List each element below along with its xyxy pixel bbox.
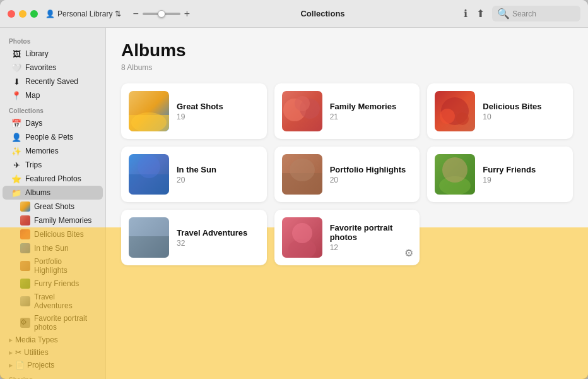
album-name-great-shots: Great Shots bbox=[177, 102, 259, 111]
person-icon: 👤 bbox=[45, 9, 55, 18]
sidebar-section-photos: Photos bbox=[0, 33, 105, 47]
sidebar-item-trips[interactable]: ✈ Trips bbox=[3, 158, 103, 172]
album-info-family-memories: Family Memories21 bbox=[330, 102, 413, 121]
album-card-travel-adventures[interactable]: Travel Adventures32 bbox=[121, 210, 267, 265]
sidebar-item-albums[interactable]: 📁 Albums bbox=[3, 186, 103, 200]
svg-point-14 bbox=[442, 157, 467, 183]
zoom-thumb bbox=[158, 10, 165, 18]
page-title: Albums bbox=[121, 40, 573, 61]
album-thumb-travel-adventures bbox=[129, 217, 169, 258]
sidebar-sub-label-great-shots: Great Shots bbox=[34, 202, 74, 211]
sidebar-label-featured-photos: Featured Photos bbox=[25, 174, 81, 183]
album-card-delicious-bites[interactable]: Delicious Bites10 bbox=[427, 83, 573, 139]
album-count-furry-friends: 19 bbox=[483, 176, 565, 184]
search-input[interactable] bbox=[512, 9, 575, 18]
download-icon: ⬇ bbox=[11, 76, 21, 87]
minimize-button[interactable] bbox=[19, 10, 26, 18]
svg-point-9 bbox=[138, 155, 160, 178]
library-selector[interactable]: 👤 Personal Library ⇅ bbox=[45, 9, 121, 18]
family-memories-thumb bbox=[20, 215, 30, 226]
album-count-travel-adventures: 32 bbox=[177, 239, 259, 248]
heart-icon: 🤍 bbox=[11, 63, 21, 73]
gear-icon[interactable]: ⚙ bbox=[404, 247, 413, 259]
album-name-family-memories: Family Memories bbox=[330, 102, 413, 111]
sidebar-item-days[interactable]: 📅 Days bbox=[3, 116, 103, 130]
sidebar-label-people-pets: People & Pets bbox=[25, 133, 73, 141]
album-count-delicious-bites: 10 bbox=[483, 112, 565, 121]
album-card-furry-friends[interactable]: Furry Friends19 bbox=[427, 147, 573, 202]
star-icon: ⭐ bbox=[11, 174, 21, 184]
sidebar-label-favorites: Favorites bbox=[25, 63, 56, 72]
trips-icon: ✈ bbox=[11, 160, 21, 170]
album-name-portfolio-highlights: Portfolio Highlights bbox=[330, 165, 413, 174]
memories-icon: ✨ bbox=[11, 146, 21, 156]
album-info-travel-adventures: Travel Adventures32 bbox=[177, 228, 259, 248]
window-title: Collections bbox=[191, 9, 454, 18]
close-button[interactable] bbox=[8, 10, 15, 18]
album-name-delicious-bites: Delicious Bites bbox=[483, 102, 565, 111]
svg-point-11 bbox=[290, 159, 315, 181]
album-thumb-in-the-sun bbox=[129, 154, 169, 195]
folder-icon: 📁 bbox=[11, 188, 21, 198]
album-name-travel-adventures: Travel Adventures bbox=[177, 228, 259, 238]
sidebar-item-recently-saved[interactable]: ⬇ Recently Saved bbox=[3, 75, 103, 88]
sidebar-item-featured-photos[interactable]: ⭐ Featured Photos bbox=[3, 172, 103, 186]
titlebar-left: 👤 Personal Library ⇅ − + bbox=[45, 8, 191, 20]
album-card-favorite-portrait[interactable]: Favorite portrait photos12⚙ bbox=[274, 210, 420, 265]
zoom-controls: − + bbox=[131, 8, 191, 20]
sidebar-label-days: Days bbox=[25, 119, 42, 128]
share-button[interactable]: ⬆ bbox=[475, 6, 486, 21]
search-bar[interactable]: 🔍 bbox=[492, 6, 580, 21]
svg-rect-16 bbox=[129, 236, 169, 258]
zoom-slider[interactable] bbox=[143, 13, 180, 15]
sidebar-label-recently-saved: Recently Saved bbox=[25, 77, 78, 86]
album-thumb-family-memories bbox=[282, 91, 322, 131]
sidebar-label-trips: Trips bbox=[25, 160, 42, 169]
album-count-portfolio-highlights: 20 bbox=[330, 176, 413, 184]
sidebar-item-map[interactable]: 📍 Map bbox=[3, 88, 103, 102]
album-count-great-shots: 19 bbox=[177, 112, 259, 121]
album-info-portfolio-highlights: Portfolio Highlights20 bbox=[330, 165, 413, 184]
chevron-updown-icon: ⇅ bbox=[115, 9, 121, 18]
album-info-furry-friends: Furry Friends19 bbox=[483, 165, 565, 184]
info-button[interactable]: ℹ bbox=[462, 6, 469, 21]
sidebar-sub-great-shots[interactable]: Great Shots bbox=[3, 200, 103, 214]
sidebar-item-memories[interactable]: ✨ Memories bbox=[3, 144, 103, 158]
sidebar-sub-label-family-memories: Family Memories bbox=[34, 216, 91, 225]
album-card-family-memories[interactable]: Family Memories21 bbox=[274, 83, 420, 139]
svg-point-7 bbox=[456, 112, 469, 125]
svg-point-4 bbox=[295, 96, 310, 111]
album-name-in-the-sun: In the Sun bbox=[177, 165, 259, 174]
album-card-in-the-sun[interactable]: In the Sun20 bbox=[121, 147, 267, 202]
zoom-in-button[interactable]: + bbox=[183, 8, 191, 20]
sidebar-sub-family-memories[interactable]: Family Memories bbox=[3, 214, 103, 227]
album-count-favorite-portrait: 12 bbox=[330, 243, 413, 252]
album-info-delicious-bites: Delicious Bites10 bbox=[483, 102, 565, 121]
sidebar-item-people-pets[interactable]: 👤 People & Pets bbox=[3, 130, 103, 144]
album-card-portfolio-highlights[interactable]: Portfolio Highlights20 bbox=[274, 147, 420, 202]
sidebar-label-albums: Albums bbox=[25, 188, 50, 197]
maximize-button[interactable] bbox=[30, 10, 38, 18]
sidebar-item-library[interactable]: 🖼 Library bbox=[3, 47, 103, 61]
sidebar-label-memories: Memories bbox=[25, 147, 59, 155]
album-name-favorite-portrait: Favorite portrait photos bbox=[330, 223, 413, 242]
album-count: 8 Albums bbox=[121, 63, 573, 72]
album-thumb-delicious-bites bbox=[435, 91, 475, 131]
great-shots-thumb bbox=[20, 202, 30, 212]
svg-point-6 bbox=[440, 109, 455, 124]
svg-rect-15 bbox=[129, 217, 169, 236]
titlebar-right: ℹ ⬆ 🔍 bbox=[454, 6, 580, 21]
album-count-in-the-sun: 20 bbox=[177, 176, 259, 184]
calendar-icon: 📅 bbox=[11, 118, 21, 128]
sidebar: Photos 🖼 Library 🤍 Favorites ⬇ Recently … bbox=[0, 28, 106, 379]
album-thumb-portfolio-highlights bbox=[282, 154, 322, 195]
svg-point-0 bbox=[131, 112, 167, 131]
search-icon: 🔍 bbox=[497, 8, 510, 20]
album-name-furry-friends: Furry Friends bbox=[483, 165, 565, 174]
album-card-great-shots[interactable]: Great Shots19 bbox=[121, 83, 267, 139]
sidebar-label-map: Map bbox=[25, 91, 40, 100]
sidebar-item-favorites[interactable]: 🤍 Favorites bbox=[3, 61, 103, 75]
zoom-out-button[interactable]: − bbox=[131, 8, 139, 20]
album-thumb-furry-friends bbox=[435, 154, 475, 195]
album-info-in-the-sun: In the Sun20 bbox=[177, 165, 259, 184]
